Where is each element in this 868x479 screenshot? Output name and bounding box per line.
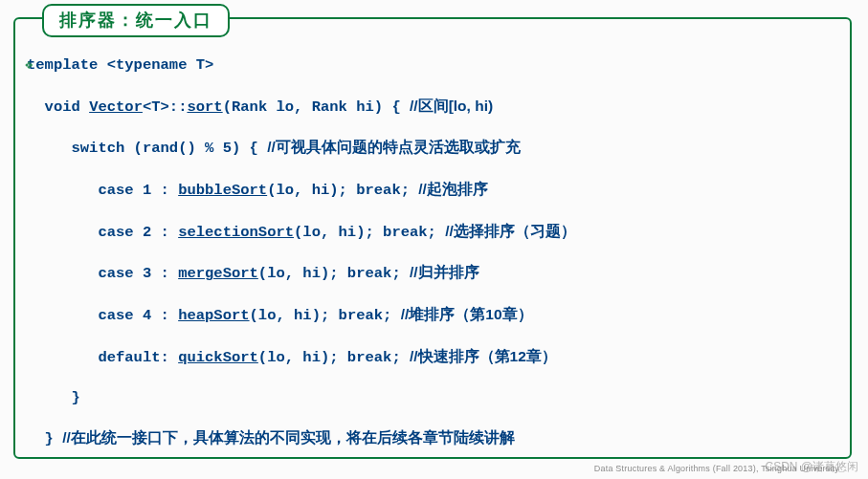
code-text: case 4 :	[27, 307, 178, 324]
code-text: (lo, hi); break;	[267, 182, 418, 199]
code-text: (lo, hi); break;	[250, 307, 401, 324]
code-line-5: case 2 : selectionSort(lo, hi); break; /…	[27, 221, 840, 244]
code-text: default:	[27, 349, 178, 366]
comment: //归并排序	[410, 264, 479, 280]
identifier-bubblesort: bubbleSort	[178, 182, 267, 199]
code-text: <T>::	[143, 98, 188, 116]
code-line-1: ❖template <typename T>	[27, 55, 840, 76]
code-line-7: case 4 : heapSort(lo, hi); break; //堆排序（…	[27, 304, 840, 327]
identifier-mergesort: mergeSort	[178, 265, 258, 282]
code-text: switch (rand() % 5) {	[27, 140, 267, 157]
identifier-sort: sort	[187, 98, 222, 116]
code-text: }	[27, 430, 62, 447]
identifier-heapsort: heapSort	[178, 307, 249, 324]
code-text: (Rank lo, Rank hi) {	[223, 98, 410, 116]
identifier-selectionsort: selectionSort	[178, 224, 294, 241]
comment: //快速排序（第12章）	[410, 348, 557, 364]
identifier-vector: Vector	[89, 98, 143, 116]
code-text: template <typename T>	[27, 56, 213, 74]
code-text: case 1 :	[27, 182, 178, 199]
code-text: case 3 :	[27, 265, 178, 282]
code-line-3: switch (rand() % 5) { //可视具体问题的特点灵活选取或扩充	[27, 137, 840, 160]
code-block: ❖template <typename T> void Vector<T>::s…	[27, 55, 840, 450]
slide-title: 排序器：统一入口	[59, 11, 212, 30]
comment: //可视具体问题的特点灵活选取或扩充	[267, 139, 521, 155]
slide-title-badge: 排序器：统一入口	[42, 4, 230, 37]
code-line-10: } //在此统一接口下，具体算法的不同实现，将在后续各章节陆续讲解	[27, 427, 840, 450]
comment: //堆排序（第10章）	[401, 306, 533, 322]
code-line-4: case 1 : bubbleSort(lo, hi); break; //起泡…	[27, 179, 840, 202]
code-text: }	[27, 389, 80, 406]
code-text: (lo, hi); break;	[294, 224, 445, 241]
code-text: case 2 :	[27, 224, 178, 241]
comment: //在此统一接口下，具体算法的不同实现，将在后续各章节陆续讲解	[62, 429, 515, 446]
comment: //区间[lo, hi)	[410, 98, 493, 114]
watermark: CSDN @诸葛悠闲	[765, 459, 858, 475]
code-text: (lo, hi); break;	[258, 265, 410, 282]
code-line-8: default: quickSort(lo, hi); break; //快速排…	[27, 346, 840, 369]
code-text: (lo, hi); break;	[258, 349, 410, 366]
code-line-9: }	[27, 388, 840, 409]
comment: //起泡排序	[418, 181, 488, 197]
identifier-quicksort: quickSort	[178, 349, 258, 366]
code-line-6: case 3 : mergeSort(lo, hi); break; //归并排…	[27, 262, 840, 285]
comment: //选择排序（习题）	[445, 223, 576, 239]
code-text: void	[27, 98, 89, 116]
code-line-2: void Vector<T>::sort(Rank lo, Rank hi) {…	[27, 96, 840, 119]
